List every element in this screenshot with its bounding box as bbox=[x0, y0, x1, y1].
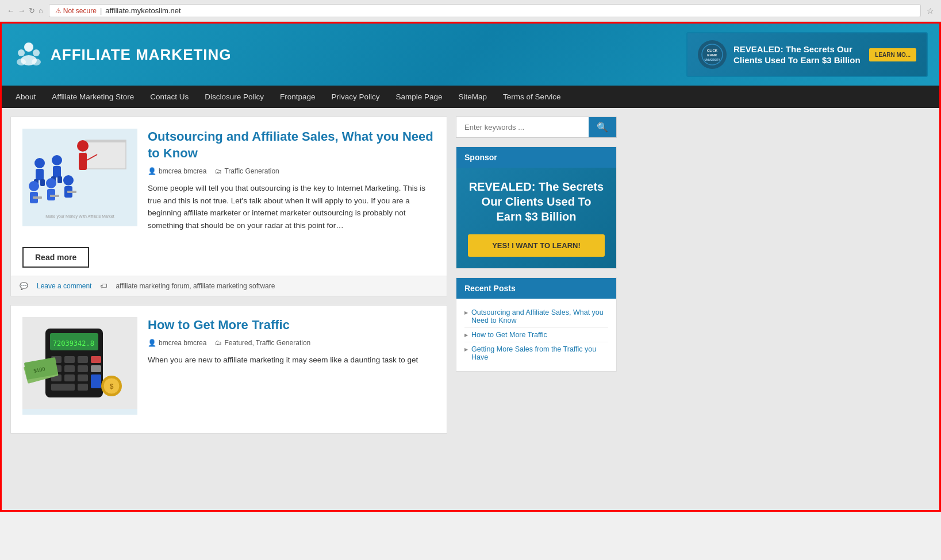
svg-text:UNIVERSITY: UNIVERSITY bbox=[704, 59, 720, 61]
leave-comment-link-1[interactable]: Leave a comment bbox=[37, 282, 91, 290]
recent-post-link-1[interactable]: Outsourcing and Affiliate Sales, What yo… bbox=[471, 308, 608, 325]
security-warning: ⚠ Not secure bbox=[55, 7, 97, 15]
page-wrapper: AFFILIATE MARKETING CLICK BANK UNIVERSIT… bbox=[0, 22, 941, 512]
bookmark-star-icon[interactable]: ☆ bbox=[927, 6, 934, 16]
svg-rect-38 bbox=[64, 356, 75, 363]
clickbank-logo: CLICK BANK UNIVERSITY bbox=[698, 40, 727, 69]
main-layout: Make your Money With Affiliate Market Ou… bbox=[2, 108, 939, 510]
svg-rect-48 bbox=[91, 374, 101, 388]
author-2: 👤 bmcrea bmcrea bbox=[148, 339, 206, 347]
learn-more-button[interactable]: LEARN MO... bbox=[869, 48, 916, 61]
article-content-2: How to Get More Traffic 👤 bmcrea bmcrea … bbox=[148, 317, 418, 415]
sponsor-ad: REVEALED: The Secrets Our Clients Used T… bbox=[456, 168, 616, 268]
presentation-illustration: Make your Money With Affiliate Market bbox=[22, 129, 137, 221]
search-input[interactable] bbox=[456, 117, 589, 137]
author-1: 👤 bmcrea bmcrea bbox=[148, 167, 206, 175]
nav-sample[interactable]: Sample Page bbox=[388, 86, 451, 108]
search-box: 🔍 bbox=[456, 117, 617, 138]
sidebar: 🔍 Sponsor REVEALED: The Secrets Our Clie… bbox=[456, 117, 617, 501]
category-1: 🗂 Traffic Generation bbox=[215, 167, 279, 175]
svg-rect-13 bbox=[79, 153, 87, 170]
nav-about[interactable]: About bbox=[7, 86, 44, 108]
reload-icon[interactable]: ↻ bbox=[29, 6, 35, 15]
article-footer-1: 💬 Leave a comment 🏷 affiliate marketing … bbox=[11, 276, 447, 296]
svg-rect-40 bbox=[91, 356, 101, 363]
nav-contact[interactable]: Contact Us bbox=[142, 86, 197, 108]
folder-icon-2: 🗂 bbox=[215, 339, 222, 347]
svg-rect-22 bbox=[57, 176, 62, 183]
search-button[interactable]: 🔍 bbox=[589, 117, 616, 137]
folder-icon: 🗂 bbox=[215, 167, 222, 175]
svg-text:$: $ bbox=[110, 383, 114, 391]
comment-icon: 💬 bbox=[20, 282, 28, 290]
recent-post-item-2: How to Get More Traffic bbox=[464, 328, 608, 342]
nav-sitemap[interactable]: SiteMap bbox=[451, 86, 496, 108]
article-meta-1: 👤 bmcrea bmcrea 🗂 Traffic Generation bbox=[148, 167, 435, 175]
svg-rect-11 bbox=[86, 140, 126, 142]
read-more-button-1[interactable]: Read more bbox=[22, 247, 89, 268]
svg-rect-10 bbox=[86, 140, 126, 169]
svg-point-4 bbox=[17, 59, 26, 65]
article-header-1: Make your Money With Affiliate Market Ou… bbox=[22, 129, 435, 232]
url-display[interactable]: affiliate.myketoslim.net bbox=[105, 6, 180, 15]
site-logo: AFFILIATE MARKETING bbox=[13, 40, 232, 69]
svg-rect-42 bbox=[64, 365, 75, 372]
sponsor-cta-button[interactable]: YES! I WANT TO LEARN! bbox=[468, 234, 605, 257]
svg-rect-16 bbox=[36, 169, 44, 180]
svg-text:BANK: BANK bbox=[707, 53, 717, 57]
sponsor-widget-title: Sponsor bbox=[456, 147, 616, 168]
browser-chrome: ← → ↻ ⌂ ⚠ Not secure | affiliate.myketos… bbox=[0, 0, 941, 22]
svg-rect-46 bbox=[64, 374, 75, 381]
recent-post-link-3[interactable]: Getting More Sales from the Traffic you … bbox=[471, 345, 608, 361]
nav-affiliate-store[interactable]: Affiliate Marketing Store bbox=[44, 86, 142, 108]
svg-rect-31 bbox=[67, 191, 76, 193]
svg-point-2 bbox=[33, 49, 40, 56]
sponsor-ad-text: REVEALED: The Secrets Our Clients Used T… bbox=[468, 179, 605, 224]
svg-rect-47 bbox=[78, 374, 88, 381]
forward-icon[interactable]: → bbox=[18, 6, 25, 15]
article-excerpt-1: Some people will tell you that outsourci… bbox=[148, 182, 435, 231]
svg-point-12 bbox=[77, 140, 89, 152]
article-thumb-1: Make your Money With Affiliate Market bbox=[22, 129, 137, 226]
svg-rect-50 bbox=[78, 384, 88, 391]
user-icon-2: 👤 bbox=[148, 339, 156, 347]
svg-point-0 bbox=[24, 43, 33, 52]
article-card-1: Make your Money With Affiliate Market Ou… bbox=[10, 117, 447, 296]
article-header-2: 72039342.8 bbox=[22, 317, 435, 415]
header-ad-text: REVEALED: The Secrets Our Clients Used T… bbox=[733, 44, 862, 66]
nav-privacy[interactable]: Privacy Policy bbox=[323, 86, 387, 108]
svg-point-25 bbox=[46, 178, 56, 188]
browser-nav-icons: ← → ↻ ⌂ bbox=[7, 6, 43, 15]
back-icon[interactable]: ← bbox=[7, 6, 14, 15]
recent-post-link-2[interactable]: How to Get More Traffic bbox=[471, 331, 547, 339]
nav-terms[interactable]: Terms of Service bbox=[495, 86, 569, 108]
svg-text:CLICK: CLICK bbox=[707, 49, 718, 52]
article-content-1: Outsourcing and Affiliate Sales, What yo… bbox=[148, 129, 435, 232]
user-icon: 👤 bbox=[148, 167, 156, 175]
svg-point-27 bbox=[63, 175, 74, 186]
money-illustration: 72039342.8 bbox=[22, 317, 137, 409]
article-title-1[interactable]: Outsourcing and Affiliate Sales, What yo… bbox=[148, 129, 435, 161]
tag-icon: 🏷 bbox=[100, 282, 107, 290]
address-bar: ⚠ Not secure | affiliate.myketoslim.net bbox=[49, 4, 921, 17]
header-ad[interactable]: CLICK BANK UNIVERSITY REVEALED: The Secr… bbox=[686, 32, 928, 77]
content-area: Make your Money With Affiliate Market Ou… bbox=[10, 117, 447, 501]
nav-disclosure[interactable]: Disclosure Policy bbox=[197, 86, 272, 108]
recent-posts-widget: Recent Posts Outsourcing and Affiliate S… bbox=[456, 277, 617, 372]
site-header: AFFILIATE MARKETING CLICK BANK UNIVERSIT… bbox=[2, 24, 939, 86]
svg-rect-49 bbox=[51, 384, 75, 391]
home-icon[interactable]: ⌂ bbox=[39, 6, 43, 15]
svg-point-1 bbox=[18, 49, 25, 56]
category-2: 🗂 Featured, Traffic Generation bbox=[215, 339, 310, 347]
recent-post-item-1: Outsourcing and Affiliate Sales, What yo… bbox=[464, 306, 608, 328]
recent-posts-list: Outsourcing and Affiliate Sales, What yo… bbox=[456, 299, 616, 371]
tags-1: affiliate marketing forum, affiliate mar… bbox=[116, 282, 275, 290]
article-title-2[interactable]: How to Get More Traffic bbox=[148, 317, 418, 334]
svg-text:72039342.8: 72039342.8 bbox=[53, 339, 94, 347]
svg-point-19 bbox=[52, 155, 62, 165]
article-excerpt-2: When you are new to affiliate marketing … bbox=[148, 354, 418, 366]
article-thumb-2: 72039342.8 bbox=[22, 317, 137, 415]
nav-frontpage[interactable]: Frontpage bbox=[272, 86, 324, 108]
article-card-2: 72039342.8 bbox=[10, 305, 447, 434]
svg-rect-18 bbox=[40, 179, 45, 186]
